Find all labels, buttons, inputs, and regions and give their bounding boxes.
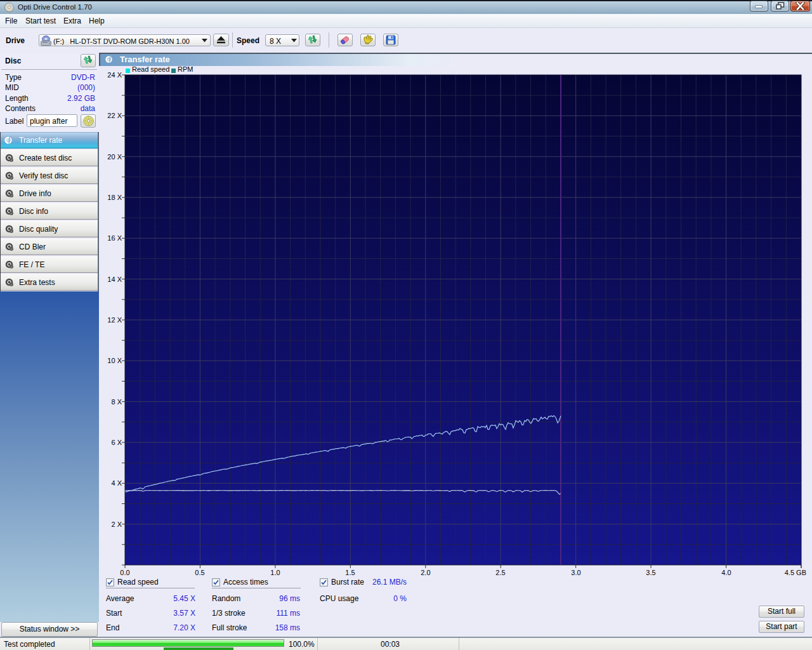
svg-text:1.5: 1.5 xyxy=(345,569,355,576)
svg-text:10 X: 10 X xyxy=(107,357,122,364)
svg-text:3.5: 3.5 xyxy=(646,569,655,576)
svg-text:0.0: 0.0 xyxy=(120,569,129,576)
svg-text:24 X: 24 X xyxy=(107,71,122,79)
svg-text:4 X: 4 X xyxy=(111,479,122,487)
svg-text:8 X: 8 X xyxy=(111,398,122,406)
svg-text:4.0: 4.0 xyxy=(721,569,731,576)
svg-text:3.0: 3.0 xyxy=(571,569,580,576)
svg-text:20 X: 20 X xyxy=(107,153,122,161)
svg-text:6 X: 6 X xyxy=(111,439,122,446)
svg-text:2.0: 2.0 xyxy=(421,569,430,576)
svg-text:2.5: 2.5 xyxy=(495,569,505,576)
svg-text:18 X: 18 X xyxy=(107,194,122,201)
svg-text:22 X: 22 X xyxy=(107,112,122,119)
svg-text:12 X: 12 X xyxy=(107,316,122,324)
svg-text:0.5: 0.5 xyxy=(195,569,204,576)
svg-text:4.5 GB: 4.5 GB xyxy=(785,569,806,576)
svg-text:14 X: 14 X xyxy=(107,275,122,283)
svg-text:16 X: 16 X xyxy=(107,234,122,242)
svg-text:1.0: 1.0 xyxy=(270,569,280,576)
svg-text:2 X: 2 X xyxy=(111,521,122,528)
